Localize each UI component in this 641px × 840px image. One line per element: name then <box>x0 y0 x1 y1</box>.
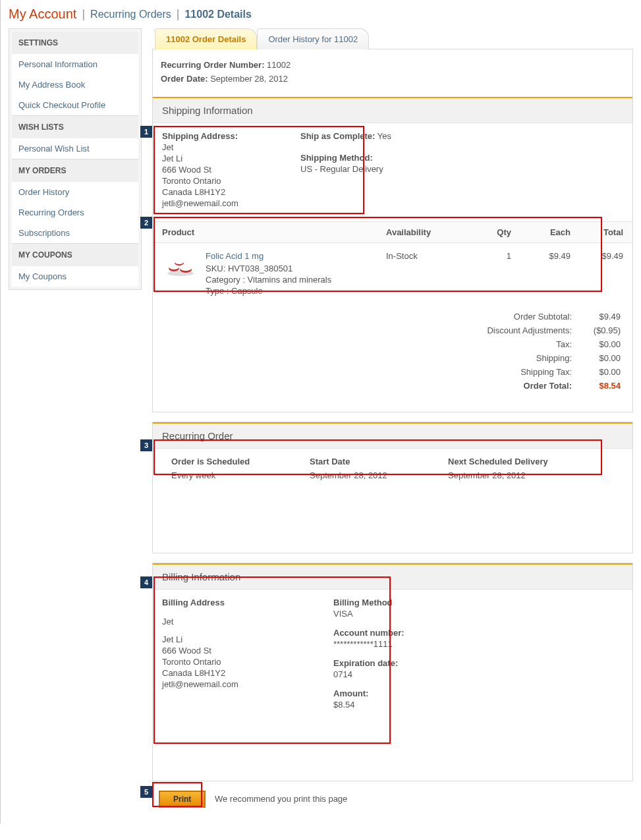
svg-point-4 <box>180 266 192 271</box>
bill-addr-line: Jet Li <box>162 634 294 644</box>
order-date-label: Order Date: <box>161 74 208 84</box>
ship-addr-email: jetli@newemail.com <box>162 198 281 208</box>
product-category: Category : Vitamins and minerals <box>206 275 331 285</box>
billing-address-label: Billing Address <box>162 598 294 607</box>
sidebar-head-coupons: MY COUPONS <box>12 243 138 266</box>
ship-addr-line: Toronto Ontario <box>162 176 281 186</box>
billing-amt-label: Amount: <box>333 688 465 698</box>
shipping-value: $0.00 <box>581 353 621 363</box>
section-recurring-title: Recurring Order <box>153 422 632 449</box>
recurring-sched-label: Order is Scheduled <box>171 457 290 466</box>
ship-method-label: Shipping Method: <box>300 153 419 163</box>
recurring-next-value: September 28, 2012 <box>448 470 567 480</box>
billing-exp-value: 0714 <box>333 669 465 679</box>
product-image-icon <box>162 251 199 280</box>
breadcrumb-sep: | <box>82 7 85 21</box>
order-panel: Recurring Order Number: 11002 Order Date… <box>152 49 633 412</box>
product-sku: SKU: HVT038_380501 <box>206 264 331 273</box>
order-date: September 28, 2012 <box>210 74 288 84</box>
shiptax-label: Shipping Tax: <box>460 367 572 377</box>
ship-method-value: US - Regular Delivery <box>300 164 419 174</box>
sidebar-head-orders: MY ORDERS <box>12 159 138 182</box>
billing-exp-label: Expiration date: <box>333 658 465 668</box>
svg-point-6 <box>175 260 184 264</box>
product-each: $9.49 <box>511 251 571 297</box>
sidebar-item-address-book[interactable]: My Address Book <box>12 74 138 95</box>
tax-value: $0.00 <box>581 339 621 349</box>
subtotal-label: Order Subtotal: <box>460 312 572 322</box>
bill-addr-line: Canada L8H1Y2 <box>162 668 294 678</box>
tabs: 11002 Order Details Order History for 11… <box>155 28 633 49</box>
print-hint: We recommend you print this page <box>215 794 347 804</box>
col-total-header: Total <box>571 227 623 237</box>
breadcrumb: My Account | Recurring Orders | 11002 De… <box>9 7 633 22</box>
bill-addr-line: Jet <box>162 617 294 627</box>
ship-complete-value: Yes <box>377 131 391 141</box>
billing-method-value: VISA <box>333 609 465 619</box>
breadcrumb-current: 11002 Details <box>184 9 251 20</box>
ship-addr-line: Jet <box>162 142 281 152</box>
order-number: 11002 <box>267 60 291 70</box>
col-product-header: Product <box>162 227 386 237</box>
billing-amt-value: $8.54 <box>333 700 465 710</box>
product-total: $9.49 <box>571 251 623 297</box>
recurring-panel: Recurring Order Order is Scheduled Every… <box>152 422 633 553</box>
breadcrumb-sep: | <box>177 7 180 21</box>
breadcrumb-root[interactable]: My Account <box>9 7 76 22</box>
section-shipping-title: Shipping Information <box>153 97 632 123</box>
ordertotal-value: $8.54 <box>581 381 621 391</box>
sidebar-item-order-history[interactable]: Order History <box>12 182 138 202</box>
product-name-link[interactable]: Folic Acid 1 mg <box>206 251 331 261</box>
callout-4: 4 <box>140 576 152 588</box>
product-type: Type : Capsule <box>206 286 331 296</box>
recurring-start-label: Start Date <box>310 457 428 466</box>
sidebar-item-personal-info[interactable]: Personal Information <box>12 54 138 74</box>
breadcrumb-level2[interactable]: Recurring Orders <box>90 9 171 20</box>
billing-method-label: Billing Method <box>333 598 465 607</box>
sidebar-item-subscriptions[interactable]: Subscriptions <box>12 223 138 243</box>
billing-panel: Billing Information Billing Address Jet … <box>152 563 633 781</box>
bill-addr-email: jetli@newemail.com <box>162 679 294 689</box>
sidebar: SETTINGS Personal Information My Address… <box>9 28 142 290</box>
billing-acct-label: Account number: <box>333 628 465 638</box>
print-button[interactable]: Print <box>159 791 206 808</box>
callout-5: 5 <box>140 786 152 798</box>
col-availability-header: Availability <box>386 227 465 237</box>
shipping-address-label: Shipping Address: <box>162 131 281 141</box>
tab-order-details[interactable]: 11002 Order Details <box>155 28 257 49</box>
billing-acct-value: ************1111 <box>333 639 465 649</box>
recurring-start-value: September 28, 2012 <box>310 470 428 480</box>
recurring-sched-value: Every week <box>171 470 290 480</box>
recurring-next-label: Next Scheduled Delivery <box>448 457 567 466</box>
sidebar-item-personal-wishlist[interactable]: Personal Wish List <box>12 138 138 159</box>
shiptax-value: $0.00 <box>581 367 621 377</box>
callout-2: 2 <box>140 217 152 229</box>
subtotal-value: $9.49 <box>581 312 621 322</box>
sidebar-head-wishlists: WISH LISTS <box>12 115 138 138</box>
product-availability: In-Stock <box>386 251 465 297</box>
shipping-label: Shipping: <box>460 353 572 363</box>
sidebar-item-my-coupons[interactable]: My Coupons <box>12 266 138 287</box>
callout-1: 1 <box>140 126 152 138</box>
bill-addr-line: Toronto Ontario <box>162 657 294 667</box>
col-qty-header: Qty <box>465 227 511 237</box>
sidebar-head-settings: SETTINGS <box>12 32 138 54</box>
ship-addr-line: 666 Wood St <box>162 165 281 175</box>
sidebar-item-quick-checkout[interactable]: Quick Checkout Profile <box>12 95 138 115</box>
callout-3: 3 <box>140 439 152 451</box>
sidebar-item-recurring-orders[interactable]: Recurring Orders <box>12 202 138 223</box>
discount-label: Discount Adjustments: <box>460 325 572 335</box>
tax-label: Tax: <box>460 339 572 349</box>
ship-complete-label: Ship as Complete: <box>300 131 375 141</box>
section-billing-title: Billing Information <box>153 563 632 590</box>
ship-addr-line: Jet Li <box>162 154 281 163</box>
ship-addr-line: Canada L8H1Y2 <box>162 187 281 197</box>
bill-addr-line: 666 Wood St <box>162 646 294 656</box>
order-number-label: Recurring Order Number: <box>161 60 264 70</box>
tab-order-history[interactable]: Order History for 11002 <box>257 28 369 49</box>
product-qty: 1 <box>465 251 511 297</box>
col-each-header: Each <box>511 227 571 237</box>
discount-value: ($0.95) <box>581 325 621 335</box>
ordertotal-label: Order Total: <box>460 381 572 391</box>
product-row: Folic Acid 1 mg SKU: HVT038_380501 Categ… <box>153 243 632 305</box>
